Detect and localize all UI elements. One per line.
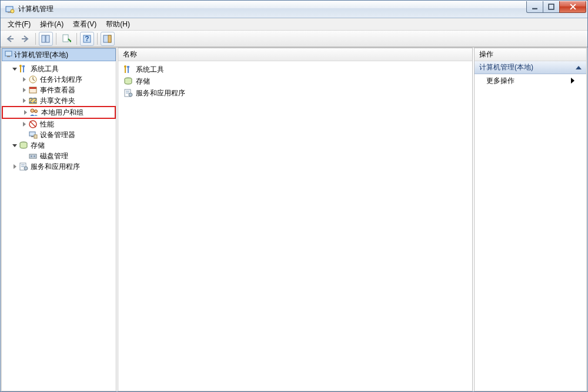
svg-point-42 [129, 93, 132, 97]
expander-icon[interactable] [21, 121, 28, 128]
tools-icon [123, 65, 133, 74]
close-button[interactable] [559, 1, 586, 13]
tree-item-task-scheduler[interactable]: 任务计划程序 [2, 74, 116, 85]
users-icon [29, 108, 39, 117]
actions-section-label: 计算机管理(本地) [479, 62, 533, 72]
tree-label: 任务计划程序 [40, 75, 82, 85]
maximize-button[interactable] [543, 1, 560, 13]
svg-rect-7 [63, 35, 68, 42]
svg-rect-30 [31, 155, 32, 157]
svg-rect-5 [42, 35, 45, 42]
toolbar-separator [56, 33, 56, 45]
minimize-button[interactable] [526, 1, 543, 13]
expander-icon[interactable] [22, 109, 29, 116]
expander-icon[interactable] [11, 142, 18, 149]
tree-label: 存储 [31, 141, 45, 151]
tree: 系统工具 任务计划程序 事件查看器 22 共享文件夹 [2, 61, 116, 174]
tree-item-local-users[interactable]: 本地用户和组 [2, 106, 116, 119]
tree-item-storage[interactable]: 存储 [2, 140, 116, 151]
services-icon [123, 88, 133, 98]
svg-point-35 [24, 167, 28, 170]
window-controls [527, 1, 586, 13]
svg-rect-29 [29, 154, 36, 158]
menu-help[interactable]: 帮助(H) [101, 18, 135, 31]
svg-rect-40 [126, 91, 129, 92]
svg-rect-33 [21, 164, 25, 165]
main-window: 计算机管理 文件(F) 操作(A) 查看(V) 帮助(H) ? 计算机管理(本地… [0, 0, 588, 392]
show-hide-tree-button[interactable] [39, 32, 53, 46]
tree-item-event-viewer[interactable]: 事件查看器 [2, 85, 116, 95]
expander-icon[interactable] [21, 87, 28, 94]
shared-folders-icon: 22 [28, 96, 38, 105]
action-more[interactable]: 更多操作 [475, 74, 586, 87]
device-manager-icon [28, 130, 38, 139]
show-hide-action-button[interactable] [101, 32, 115, 46]
toolbar-separator [35, 33, 36, 45]
back-button[interactable] [3, 32, 17, 46]
tree-label: 服务和应用程序 [31, 162, 80, 172]
chevron-right-icon [571, 78, 574, 84]
content-area: 计算机管理(本地) 系统工具 任务计划程序 事件查看器 [1, 47, 587, 391]
expander-icon[interactable] [11, 163, 18, 170]
menu-view[interactable]: 查看(V) [68, 18, 101, 31]
app-icon [5, 5, 15, 14]
svg-rect-27 [34, 135, 37, 138]
svg-rect-31 [34, 155, 35, 157]
titlebar[interactable]: 计算机管理 [1, 1, 587, 18]
toolbar: ? [1, 31, 587, 47]
list-item-storage[interactable]: 存储 [118, 75, 472, 87]
svg-text:?: ? [85, 35, 89, 43]
tree-item-system-tools[interactable]: 系统工具 [2, 64, 116, 74]
tree-item-disk-mgmt[interactable]: 磁盘管理 [2, 151, 116, 161]
list-item-system-tools[interactable]: 系统工具 [118, 64, 472, 75]
tree-label: 共享文件夹 [40, 96, 75, 106]
list: 系统工具 存储 服务和应用程序 [118, 61, 472, 101]
actions-section-header[interactable]: 计算机管理(本地) [475, 61, 586, 74]
forward-button[interactable] [18, 32, 32, 46]
list-item-services[interactable]: 服务和应用程序 [118, 87, 472, 99]
tree-panel: 计算机管理(本地) 系统工具 任务计划程序 事件查看器 [1, 48, 116, 391]
list-panel: 名称 系统工具 存储 服务和应用程序 [118, 48, 473, 391]
list-header-name[interactable]: 名称 [118, 48, 472, 61]
disk-mgmt-icon [28, 151, 38, 161]
svg-rect-3 [532, 8, 537, 9]
tree-label: 本地用户和组 [41, 108, 83, 118]
toolbar-separator [97, 33, 98, 45]
tree-item-performance[interactable]: 性能 [2, 119, 116, 129]
tree-label: 事件查看器 [40, 85, 75, 95]
services-icon [19, 162, 28, 171]
tree-item-device-manager[interactable]: 设备管理器 [2, 129, 116, 140]
svg-rect-6 [46, 35, 49, 42]
computer-mgmt-icon [5, 49, 14, 61]
expander-icon[interactable] [21, 76, 28, 83]
svg-rect-37 [127, 66, 129, 68]
clock-icon [28, 75, 38, 84]
expander-icon[interactable] [11, 65, 18, 72]
svg-rect-34 [21, 166, 25, 167]
storage-icon [123, 77, 133, 86]
collapse-icon [576, 66, 582, 69]
tree-label: 磁盘管理 [40, 151, 68, 161]
tree-root[interactable]: 计算机管理(本地) [2, 48, 116, 61]
tree-label: 设备管理器 [40, 130, 75, 140]
event-viewer-icon [28, 85, 38, 95]
tree-item-shared-folders[interactable]: 22 共享文件夹 [2, 95, 116, 106]
menu-file[interactable]: 文件(F) [3, 18, 35, 31]
list-item-label: 系统工具 [136, 65, 164, 75]
help-button[interactable]: ? [80, 32, 94, 46]
menubar: 文件(F) 操作(A) 查看(V) 帮助(H) [1, 18, 587, 31]
tools-icon [19, 64, 28, 74]
svg-point-22 [31, 109, 34, 112]
expander-icon[interactable] [21, 97, 28, 104]
menu-action[interactable]: 操作(A) [35, 18, 68, 31]
svg-rect-13 [5, 51, 12, 56]
svg-rect-4 [549, 4, 554, 9]
svg-point-23 [35, 110, 38, 113]
tree-item-services-apps[interactable]: 服务和应用程序 [2, 161, 116, 172]
svg-rect-16 [22, 65, 25, 67]
actions-panel: 操作 计算机管理(本地) 更多操作 [474, 48, 587, 391]
svg-rect-14 [7, 56, 10, 57]
svg-rect-12 [108, 35, 111, 42]
properties-button[interactable] [59, 32, 74, 46]
performance-icon [28, 119, 38, 129]
